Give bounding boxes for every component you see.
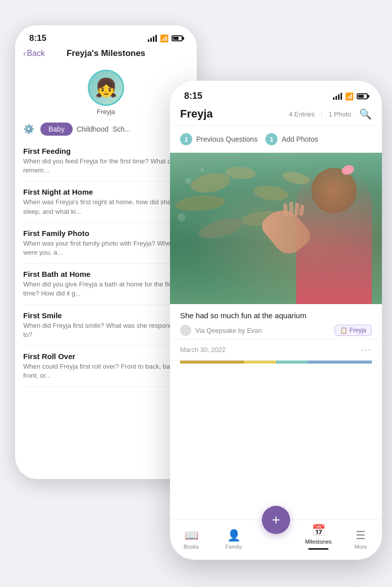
back-button[interactable]: ‹ Back [23,49,45,58]
chevron-left-icon: ‹ [23,49,26,58]
more-options-button[interactable]: ··· [361,344,372,355]
milestone-title: First Feeding [23,147,189,155]
author-info: Via Qeepsake by Evan [180,325,262,336]
milestone-desc: When did you feed Freyja for the first t… [23,157,189,175]
chip-label-1: Previous Questions [196,135,257,143]
milestone-title: First Bath at Home [23,270,189,278]
date-text: March 30, 2022 [180,346,226,354]
svg-rect-11 [299,204,305,216]
chip-label-2: Add Photos [282,135,318,143]
milestone-title: First Family Photo [23,229,189,238]
bubble [200,168,204,172]
tab-childhood[interactable]: Childhood [77,125,108,133]
battery-icon-back [172,35,183,41]
photo-area[interactable] [170,153,382,304]
books-icon: 📖 [185,529,198,542]
fingers-svg [281,201,311,226]
tag-badge[interactable]: 📋 Freyja [334,325,372,336]
photo-count: 1 Photo [328,110,351,118]
caption-meta: Via Qeepsake by Evan 📋 Freyja [180,325,372,336]
milestone-list: First Feeding When did you feed Freyja f… [15,139,197,389]
more-icon: ☰ [356,529,366,542]
svg-rect-8 [283,203,288,216]
milestone-title: First Smile [23,311,189,320]
nav-title: Freyja's Milestones [67,48,145,58]
milestones-icon: 📅 [312,524,325,537]
date-row: March 30, 2022 ··· [170,339,382,361]
chip-badge-2: 1 [265,133,277,145]
entries-count: 4 Entries [289,110,314,118]
author-avatar [180,325,191,336]
bubble [185,178,191,184]
avatar: 👧 [88,70,124,106]
milestone-desc: When was Freyja's first night at home, h… [23,198,189,216]
list-item[interactable]: First Feeding When did you feed Freyja f… [23,141,189,182]
milestone-desc: When did Freyja first smile? What was sh… [23,321,189,339]
tag-icon: 📋 [340,327,348,334]
list-item[interactable]: First Bath at Home When did you give Fre… [23,264,189,305]
svg-rect-10 [294,203,299,216]
status-bar-front: 8:15 📶 [170,81,382,105]
fab-icon: + [272,512,280,528]
milestone-desc: When could Freyja first roll over? Front… [23,362,189,380]
active-indicator [308,548,328,550]
wifi-icon-front: 📶 [345,92,354,100]
phone-front: 8:15 📶 Freyja 4 Entries | 1 Photo [170,81,382,560]
fab-button[interactable]: + [262,506,290,534]
search-button[interactable]: 🔍 [359,108,372,120]
caption-text: She had so much fun at the aquarium [180,311,372,320]
milestone-title: First Night at Home [23,188,189,196]
family-icon: 👤 [227,529,241,542]
profile-section: 👧 Freyja [15,64,197,120]
gear-icon[interactable]: ⚙️ [23,124,34,135]
phone-back: 8:15 📶 ‹ Back Freyja's Milestones [15,25,197,479]
signal-icon-front [333,93,342,100]
list-item[interactable]: First Night at Home When was Freyja's fi… [23,182,189,222]
tab-baby[interactable]: Baby [40,123,73,136]
nav-label-milestones: Milestones [305,539,332,545]
svg-rect-9 [289,202,293,216]
status-icons-front: 📶 [333,92,368,100]
bubble [178,213,186,221]
milestone-desc: When did you give Freyja a bath at home … [23,280,189,298]
spacer [170,364,382,519]
nav-label-books: Books [184,544,199,550]
profile-name-front: Freyja [180,107,289,121]
list-item[interactable]: First Smile When did Freyja first smile?… [23,305,189,346]
list-item[interactable]: First Family Photo When was your first f… [23,223,189,264]
header-meta: 4 Entries | 1 Photo 🔍 [289,108,372,120]
chip-previous-questions[interactable]: 1 Previous Questions [180,133,257,145]
time-front: 8:15 [184,91,202,101]
action-chips: 1 Previous Questions 1 Add Photos [170,126,382,153]
signal-icon-back [148,35,157,42]
nav-item-more[interactable]: ☰ More [340,529,382,550]
nav-item-books[interactable]: 📖 Books [170,529,212,550]
nav-bar-back: ‹ Back Freyja's Milestones [15,46,197,64]
nav-item-milestones[interactable]: 📅 Milestones [297,524,340,550]
tag-label: Freyja [350,327,366,334]
nav-label-more: More [354,544,367,550]
milestone-title: First Roll Over [23,352,189,361]
list-item[interactable]: First Roll Over When could Freyja first … [23,346,189,387]
time-back: 8:15 [29,33,46,43]
battery-icon-front [357,93,368,99]
status-bar-back: 8:15 📶 [15,25,197,46]
status-icons-back: 📶 [148,34,183,42]
milestone-desc: When was your first family photo with Fr… [23,239,189,257]
hair-silhouette [311,168,357,213]
chip-add-photos[interactable]: 1 Add Photos [265,133,318,145]
caption-area: She had so much fun at the aquarium Via … [170,304,382,339]
tab-school[interactable]: Sch... [113,125,131,133]
avatar-image: 👧 [95,77,118,98]
header-front: Freyja 4 Entries | 1 Photo 🔍 [170,105,382,126]
back-label[interactable]: Back [27,49,45,58]
chip-badge-1: 1 [180,133,192,145]
bottom-nav: 📖 Books 👤 Family + 📅 Milestones ☰ More [170,519,382,560]
meta-divider: | [321,110,322,118]
author-text: Via Qeepsake by Evan [195,327,262,334]
tab-bar-back: ⚙️ Baby Childhood Sch... [15,120,197,139]
wifi-icon-back: 📶 [160,34,169,42]
profile-name: Freyja [97,108,115,115]
nav-item-family[interactable]: 👤 Family [212,529,255,550]
nav-label-family: Family [226,544,242,550]
